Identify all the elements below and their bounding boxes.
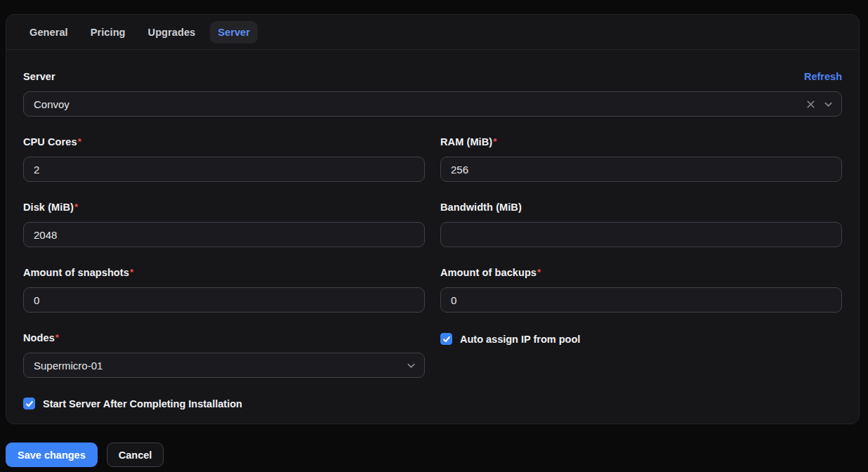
settings-card: General Pricing Upgrades Server Server R… [6,14,860,424]
server-label: Server [23,71,55,82]
required-asterisk: * [55,332,59,343]
disk-group: Disk (MiB)* [23,202,425,247]
nodes-select-value: Supermicro-01 [34,360,103,372]
cancel-button[interactable]: Cancel [107,442,164,467]
required-asterisk: * [74,202,78,212]
ram-label: RAM (MiB)* [440,136,497,148]
refresh-link[interactable]: Refresh [804,71,842,82]
auto-assign-ip-checkbox-row[interactable]: Auto assign IP from pool [440,333,842,345]
nodes-label: Nodes* [23,332,59,343]
tab-general[interactable]: General [22,21,76,44]
start-server-label: Start Server After Completing Installati… [43,398,242,409]
snapshots-input[interactable] [23,287,425,313]
backups-label: Amount of backups* [440,267,541,278]
checkmark-icon [25,400,34,408]
server-select-value: Convoy [34,98,70,110]
bandwidth-label: Bandwidth (MiB) [440,202,522,213]
backups-input[interactable] [440,287,842,313]
tab-pricing[interactable]: Pricing [83,21,133,44]
required-asterisk: * [78,136,81,147]
required-asterisk: * [493,136,497,147]
cpu-cores-label: CPU Cores* [23,136,81,148]
bandwidth-group: Bandwidth (MiB) [440,202,842,247]
auto-assign-ip-label: Auto assign IP from pool [460,334,580,345]
bandwidth-input[interactable] [440,222,842,247]
save-button[interactable]: Save changes [6,442,98,467]
ram-group: RAM (MiB)* [440,136,842,182]
start-server-checkbox[interactable] [23,398,35,409]
disk-input[interactable] [23,222,425,247]
clear-selection-icon[interactable] [805,99,816,110]
start-server-checkbox-row[interactable]: Start Server After Completing Installati… [23,398,842,409]
cpu-cores-input[interactable] [23,157,425,182]
server-select[interactable]: Convoy [23,91,842,117]
snapshots-label: Amount of snapshots* [23,267,133,278]
nodes-select[interactable]: Supermicro-01 [23,353,425,378]
backups-group: Amount of backups* [440,267,842,313]
tab-server[interactable]: Server [210,21,258,44]
server-picker-group: Server Refresh Convoy [23,71,842,117]
checkmark-icon [442,335,451,343]
required-asterisk: * [130,267,133,277]
snapshots-group: Amount of snapshots* [23,267,425,313]
auto-assign-ip-checkbox[interactable] [440,333,452,345]
form-actions: Save changes Cancel [6,442,868,467]
nodes-group: Nodes* Supermicro-01 [23,332,425,378]
tab-bar: General Pricing Upgrades Server [6,15,859,50]
chevron-down-icon[interactable] [406,360,416,371]
chevron-down-icon[interactable] [823,99,834,110]
tab-upgrades[interactable]: Upgrades [140,21,204,44]
disk-label: Disk (MiB)* [23,202,78,213]
server-tab-content: Server Refresh Convoy [6,50,859,428]
required-asterisk: * [537,267,541,277]
ram-input[interactable] [440,157,842,182]
cpu-cores-group: CPU Cores* [23,136,425,182]
